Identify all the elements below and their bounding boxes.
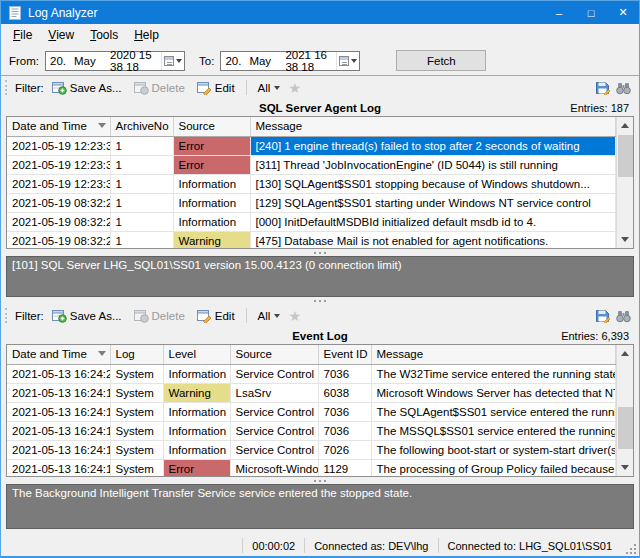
scroll-up-button[interactable] — [617, 345, 633, 362]
cell-source[interactable]: Information — [173, 212, 250, 231]
cell-message[interactable]: The following boot-start or system-start… — [371, 440, 616, 459]
cell-datetime[interactable]: 2021-05-13 16:24:11 — [7, 459, 110, 477]
table-row[interactable]: 2021-05-19 12:23:331Error[311] Thread 'J… — [7, 155, 616, 174]
table-row[interactable]: 2021-05-13 16:24:13SystemWarningLsaSrv60… — [7, 383, 616, 402]
from-time[interactable]: 2020 15 38 18 — [110, 49, 161, 73]
cell-level[interactable]: Information — [163, 421, 230, 440]
minimize-button[interactable]: – — [543, 1, 575, 24]
cell-datetime[interactable]: 2021-05-19 12:23:33 — [7, 155, 110, 174]
col-header-eventid[interactable]: Event ID — [318, 345, 371, 364]
col-header-archiveno[interactable]: ArchiveNo — [110, 117, 173, 136]
splitter-handle[interactable] — [1, 477, 639, 484]
table-row[interactable]: 2021-05-13 16:24:12SystemInformationServ… — [7, 421, 616, 440]
cell-archive[interactable]: 1 — [110, 212, 173, 231]
cell-eventid[interactable]: 7036 — [318, 364, 371, 383]
cell-eventid[interactable]: 6038 — [318, 383, 371, 402]
scroll-down-button[interactable] — [617, 459, 633, 476]
cell-level[interactable]: Information — [163, 440, 230, 459]
col-header-datetime[interactable]: Date and Time — [7, 345, 110, 364]
from-dropdown-button[interactable] — [161, 52, 182, 70]
cell-message[interactable]: [475] Database Mail is not enabled for a… — [250, 231, 616, 249]
cell-archive[interactable]: 1 — [110, 193, 173, 212]
cell-log[interactable]: System — [110, 383, 163, 402]
cell-datetime[interactable]: 2021-05-19 08:32:21 — [7, 231, 110, 249]
cell-source[interactable]: LsaSrv — [230, 383, 318, 402]
table-row[interactable]: 2021-05-13 16:24:12SystemInformationServ… — [7, 440, 616, 459]
close-button[interactable]: ✕ — [607, 1, 639, 24]
cell-datetime[interactable]: 2021-05-19 08:32:21 — [7, 212, 110, 231]
cell-source[interactable]: Information — [173, 174, 250, 193]
menu-view[interactable]: View — [40, 25, 82, 45]
cell-message[interactable]: [129] SQLAgent$SS01 starting under Windo… — [250, 193, 616, 212]
cell-message[interactable]: The MSSQL$SS01 service entered the runni… — [371, 421, 616, 440]
vertical-scrollbar[interactable] — [616, 345, 633, 476]
delete-button[interactable]: Delete — [130, 307, 189, 325]
col-header-message[interactable]: Message — [250, 117, 616, 136]
fetch-button[interactable]: Fetch — [396, 50, 486, 71]
scrollbar-thumb[interactable] — [618, 407, 633, 449]
cell-eventid[interactable]: 7026 — [318, 440, 371, 459]
col-header-datetime[interactable]: Date and Time — [7, 117, 110, 136]
to-date-picker[interactable]: 20. May 2021 16 38 18 — [220, 51, 360, 71]
save-as-button[interactable]: Save As... — [48, 79, 126, 97]
cell-datetime[interactable]: 2021-05-13 16:24:12 — [7, 440, 110, 459]
table-row[interactable]: 2021-05-19 08:32:211Information[000] Ini… — [7, 212, 616, 231]
menu-tools[interactable]: Tools — [82, 25, 126, 45]
cell-datetime[interactable]: 2021-05-19 12:23:33 — [7, 136, 110, 155]
scrollbar-thumb[interactable] — [618, 135, 633, 177]
edit-button[interactable]: Edit — [193, 79, 239, 97]
maximize-button[interactable]: □ — [575, 1, 607, 24]
splitter-handle[interactable] — [1, 297, 639, 304]
to-day[interactable]: 20. — [225, 55, 249, 67]
cell-source[interactable]: Microsoft-Windo... — [230, 459, 318, 477]
cell-source[interactable]: Error — [173, 155, 250, 174]
resize-grip[interactable] — [623, 541, 637, 555]
cell-source[interactable]: Warning — [173, 231, 250, 249]
col-header-level[interactable]: Level — [163, 345, 230, 364]
vertical-scrollbar[interactable] — [616, 117, 633, 248]
table-row[interactable]: 2021-05-19 12:23:331Error[240] 1 engine … — [7, 136, 616, 155]
cell-source[interactable]: Service Control ... — [230, 364, 318, 383]
cell-log[interactable]: System — [110, 440, 163, 459]
to-time[interactable]: 2021 16 38 18 — [285, 49, 336, 73]
cell-datetime[interactable]: 2021-05-13 16:24:12 — [7, 402, 110, 421]
cell-eventid[interactable]: 7036 — [318, 421, 371, 440]
cell-message[interactable]: The W32Time service entered the running … — [371, 364, 616, 383]
cell-source[interactable]: Service Control ... — [230, 402, 318, 421]
cell-log[interactable]: System — [110, 421, 163, 440]
filter-scope-dropdown[interactable]: All — [254, 308, 285, 324]
cell-message[interactable]: Microsoft Windows Server has detected th… — [371, 383, 616, 402]
col-header-source[interactable]: Source — [230, 345, 318, 364]
menu-file[interactable]: File — [5, 25, 40, 45]
scroll-down-button[interactable] — [617, 231, 633, 248]
from-date-picker[interactable]: 20. May 2020 15 38 18 — [45, 51, 185, 71]
cell-message[interactable]: The SQLAgent$SS01 service entered the ru… — [371, 402, 616, 421]
cell-level[interactable]: Information — [163, 402, 230, 421]
cell-log[interactable]: System — [110, 459, 163, 477]
table-row[interactable]: 2021-05-19 08:32:211Information[129] SQL… — [7, 193, 616, 212]
table-row[interactable]: 2021-05-13 16:24:20SystemInformationServ… — [7, 364, 616, 383]
col-header-message[interactable]: Message — [371, 345, 616, 364]
col-header-source[interactable]: Source — [173, 117, 250, 136]
cell-source[interactable]: Information — [173, 193, 250, 212]
cell-message[interactable]: The processing of Group Policy failed be… — [371, 459, 616, 477]
export-save-icon[interactable] — [595, 309, 610, 323]
cell-source[interactable]: Error — [173, 136, 250, 155]
cell-datetime[interactable]: 2021-05-13 16:24:12 — [7, 421, 110, 440]
cell-archive[interactable]: 1 — [110, 174, 173, 193]
scroll-up-button[interactable] — [617, 117, 633, 134]
to-month[interactable]: May — [249, 55, 285, 67]
cell-level[interactable]: Information — [163, 364, 230, 383]
from-day[interactable]: 20. — [50, 55, 74, 67]
find-binoculars-icon[interactable] — [616, 309, 631, 323]
cell-message[interactable]: [311] Thread 'JobInvocationEngine' (ID 5… — [250, 155, 616, 174]
from-month[interactable]: May — [74, 55, 110, 67]
table-row[interactable]: 2021-05-13 16:24:12SystemInformationServ… — [7, 402, 616, 421]
cell-message[interactable]: [000] InitDefaultMSDBId initialized defa… — [250, 212, 616, 231]
cell-eventid[interactable]: 1129 — [318, 459, 371, 477]
cell-message[interactable]: [130] SQLAgent$SS01 stopping because of … — [250, 174, 616, 193]
export-save-icon[interactable] — [595, 81, 610, 95]
cell-archive[interactable]: 1 — [110, 231, 173, 249]
cell-archive[interactable]: 1 — [110, 155, 173, 174]
cell-eventid[interactable]: 7036 — [318, 402, 371, 421]
